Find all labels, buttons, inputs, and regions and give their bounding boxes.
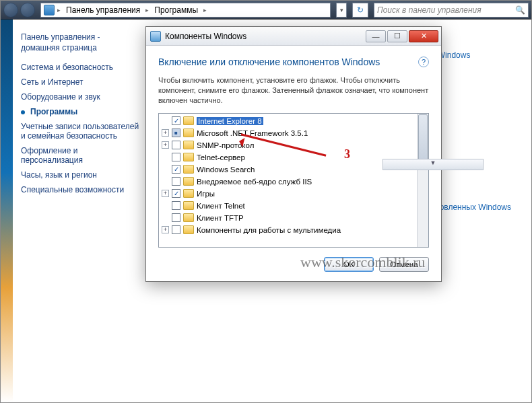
feature-label: Internet Explorer 8 (197, 117, 263, 125)
folder-icon (183, 165, 194, 174)
annotation-number: 3 (344, 147, 350, 161)
decorative-stripe (1, 20, 13, 402)
sidebar-home-link[interactable]: Панель управления - домашняя страница (21, 32, 141, 53)
feature-label: Компоненты для работы с мультимедиа (197, 226, 341, 234)
dialog-title: Компоненты Windows (165, 32, 246, 41)
feature-checkbox[interactable] (172, 165, 180, 174)
control-panel-icon (44, 5, 55, 15)
feature-checkbox[interactable] (172, 129, 180, 137)
help-icon[interactable]: ? (418, 57, 429, 67)
feature-label: Windows Search (197, 166, 255, 174)
feature-item[interactable]: +Microsoft .NET Framework 3.5.1 (159, 127, 417, 139)
feature-item[interactable]: Клиент TFTP (159, 212, 417, 224)
folder-icon (183, 201, 194, 210)
dialog-description: Чтобы включить компонент, установите его… (158, 75, 429, 106)
chevron-right-icon: ▸ (203, 7, 207, 13)
feature-item[interactable]: Telnet-сервер (159, 151, 417, 163)
folder-icon (183, 189, 194, 198)
feature-label: Клиент TFTP (197, 214, 244, 222)
feature-label: Telnet-сервер (197, 153, 245, 161)
scroll-thumb[interactable] (418, 114, 428, 161)
folder-icon (183, 129, 194, 137)
active-marker-icon (21, 110, 25, 114)
feature-item[interactable]: +SNMP-протокол (159, 139, 417, 151)
minimize-button[interactable]: — (366, 30, 386, 42)
feature-item[interactable]: Внедряемое веб-ядро служб IIS (159, 176, 417, 188)
search-placeholder: Поиск в панели управления (377, 5, 481, 15)
sidebar: Панель управления - домашняя страница Си… (13, 20, 147, 402)
folder-icon (183, 116, 194, 125)
folder-icon (183, 177, 194, 186)
sidebar-item-accessibility[interactable]: Специальные возможности (21, 185, 141, 194)
back-button[interactable] (3, 3, 18, 17)
folder-icon (183, 141, 194, 149)
address-dropdown-button[interactable]: ▾ (336, 3, 347, 17)
expand-toggle[interactable]: + (162, 190, 169, 197)
search-input[interactable]: Поиск в панели управления 🔍 (374, 3, 529, 17)
sidebar-item-accounts[interactable]: Учетные записи пользователей и семейная … (21, 122, 141, 141)
address-bar: ▸ Панель управления ▸ Программы ▸ ▾ ↻ По… (1, 1, 531, 20)
chevron-right-icon: ▸ (145, 7, 149, 13)
feature-item[interactable]: Windows Search (159, 163, 417, 176)
sidebar-item-appearance[interactable]: Оформление и персонализация (21, 146, 141, 165)
windows-features-dialog: Компоненты Windows — ☐ ✕ ? Включение или… (145, 26, 442, 282)
feature-checkbox[interactable] (172, 153, 180, 161)
feature-checkbox[interactable] (172, 177, 180, 186)
dialog-titlebar[interactable]: Компоненты Windows — ☐ ✕ (146, 27, 441, 46)
expand-toggle[interactable]: + (162, 129, 169, 137)
sidebar-item-clock[interactable]: Часы, язык и регион (21, 170, 141, 180)
feature-checkbox[interactable] (172, 213, 180, 222)
dialog-heading: Включение или отключение компонентов Win… (158, 57, 380, 67)
folder-icon (183, 153, 194, 161)
refresh-button[interactable]: ↻ (352, 3, 368, 17)
scrollbar[interactable]: ▲ ▼ (417, 114, 428, 247)
feature-item[interactable]: +Игры (159, 188, 417, 200)
breadcrumb-programs[interactable]: Программы (152, 5, 201, 15)
maximize-button[interactable]: ☐ (387, 30, 407, 42)
feature-label: Клиент Telnet (197, 202, 245, 210)
sidebar-item-programs[interactable]: Программы (21, 107, 141, 116)
feature-label: SNMP-протокол (197, 141, 254, 149)
feature-checkbox[interactable] (172, 201, 180, 210)
sidebar-item-hardware[interactable]: Оборудование и звук (21, 92, 141, 102)
feature-checkbox[interactable] (172, 189, 180, 198)
windows-features-icon (150, 31, 161, 42)
expand-toggle[interactable]: + (162, 141, 169, 149)
search-icon: 🔍 (515, 5, 525, 15)
ok-button[interactable]: OK (324, 257, 374, 272)
breadcrumb-control-panel[interactable]: Панель управления (63, 5, 143, 15)
feature-label: Microsoft .NET Framework 3.5.1 (197, 129, 308, 137)
expand-toggle[interactable]: + (162, 226, 169, 233)
feature-item[interactable]: +Компоненты для работы с мультимедиа (159, 224, 417, 236)
feature-checkbox[interactable] (172, 116, 180, 125)
forward-button[interactable] (20, 3, 35, 17)
cancel-button[interactable]: Отмена (379, 257, 429, 272)
feature-item[interactable]: Internet Explorer 8 (159, 115, 417, 127)
features-tree: Internet Explorer 8+Microsoft .NET Frame… (158, 113, 429, 248)
feature-checkbox[interactable] (172, 141, 180, 149)
folder-icon (183, 225, 194, 234)
feature-label: Внедряемое веб-ядро служб IIS (197, 178, 312, 186)
close-button[interactable]: ✕ (409, 30, 438, 42)
feature-checkbox[interactable] (172, 225, 180, 234)
breadcrumb[interactable]: ▸ Панель управления ▸ Программы ▸ (40, 3, 331, 17)
feature-item[interactable]: Клиент Telnet (159, 200, 417, 212)
folder-icon (183, 213, 194, 222)
sidebar-item-network[interactable]: Сеть и Интернет (21, 77, 141, 87)
sidebar-item-system[interactable]: Система и безопасность (21, 63, 141, 72)
feature-label: Игры (197, 190, 215, 198)
chevron-right-icon: ▸ (57, 7, 61, 13)
